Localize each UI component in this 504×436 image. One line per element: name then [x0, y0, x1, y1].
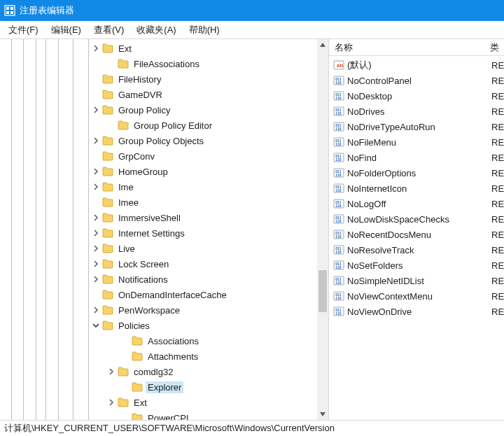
col-name[interactable]: 名称: [329, 41, 490, 54]
scroll-thumb[interactable]: [318, 270, 327, 312]
list-row[interactable]: 011110NoViewOnDriveRE: [329, 304, 504, 319]
list-row[interactable]: ab(默认)RE: [329, 57, 504, 73]
tree-row[interactable]: Notifications: [0, 272, 328, 287]
tree-row[interactable]: Lock Screen: [0, 256, 328, 272]
list-row[interactable]: 011110NoSetFoldersRE: [329, 258, 504, 273]
list-row[interactable]: 011110NoSimpleNetIDListRE: [329, 273, 504, 288]
menu-item[interactable]: 帮助(H): [183, 22, 225, 38]
tree-row[interactable]: Ext: [0, 41, 328, 56]
content-area: ExtFileAssociationsFileHistoryGameDVRGro…: [0, 39, 504, 421]
list-row[interactable]: 011110NoInternetIconRE: [329, 181, 504, 196]
binary-value-icon: 011110: [333, 90, 344, 101]
value-type: RE: [491, 153, 504, 163]
titlebar[interactable]: 注册表编辑器: [0, 0, 504, 21]
folder-icon: [118, 120, 129, 130]
chevron-right-icon[interactable]: [91, 305, 101, 315]
chevron-down-icon[interactable]: [91, 321, 101, 330]
menu-item[interactable]: 查看(V): [88, 22, 130, 38]
folder-icon: [102, 136, 113, 146]
list-row[interactable]: 011110NoLogOffRE: [329, 196, 504, 211]
scroll-down-button[interactable]: [317, 409, 328, 420]
folder-icon: [102, 321, 113, 330]
chevron-right-icon[interactable]: [91, 259, 101, 269]
tree-row[interactable]: HomeGroup: [0, 164, 328, 179]
tree-row[interactable]: Imee: [0, 195, 328, 210]
chevron-right-icon[interactable]: [91, 167, 101, 176]
value-name: NoLogOff: [347, 199, 491, 209]
svg-text:110: 110: [335, 311, 342, 316]
tree-row[interactable]: comdlg32: [0, 364, 328, 379]
tree-row[interactable]: Group Policy Editor: [0, 118, 328, 133]
chevron-right-icon[interactable]: [91, 43, 101, 53]
svg-text:110: 110: [335, 281, 342, 285]
list-row[interactable]: 011110NoViewContextMenuRE: [329, 288, 504, 304]
value-name: NoSimpleNetIDList: [347, 276, 491, 286]
tree-row[interactable]: Group Policy: [0, 102, 328, 118]
tree-scroll-area[interactable]: ExtFileAssociationsFileHistoryGameDVRGro…: [0, 39, 328, 420]
tree-row-label: Attachments: [146, 351, 200, 363]
tree-row[interactable]: Associations: [0, 333, 328, 349]
list-row[interactable]: 011110NoFindRE: [329, 150, 504, 165]
scroll-up-button[interactable]: [317, 39, 328, 50]
string-value-icon: ab: [333, 59, 344, 71]
chevron-right-icon[interactable]: [91, 228, 101, 238]
tree-row[interactable]: Ext: [0, 395, 328, 410]
svg-text:110: 110: [335, 111, 342, 115]
svg-rect-3: [6, 11, 9, 14]
list-row[interactable]: 011110NoResolveTrackRE: [329, 242, 504, 258]
list-row[interactable]: 011110NoFileMenuRE: [329, 134, 504, 150]
tree-row[interactable]: Explorer: [0, 379, 328, 395]
tree-row-label: ImmersiveShell: [116, 212, 183, 224]
svg-text:110: 110: [335, 80, 342, 85]
value-name: NoRecentDocsMenu: [347, 230, 491, 240]
binary-value-icon: 011110: [333, 213, 344, 225]
value-name: NoControlPanel: [347, 76, 491, 86]
value-name: NoResolveTrack: [347, 245, 491, 255]
chevron-right-icon[interactable]: [106, 367, 116, 377]
chevron-right-icon[interactable]: [91, 105, 101, 115]
value-type: RE: [491, 91, 504, 101]
col-type[interactable]: 类: [490, 41, 504, 54]
tree-row[interactable]: PenWorkspace: [0, 302, 328, 318]
list-row[interactable]: 011110NoLowDiskSpaceChecksRE: [329, 211, 504, 227]
tree-row[interactable]: GrpConv: [0, 148, 328, 164]
tree-row-label: PowerCPL: [146, 412, 193, 421]
menu-item[interactable]: 收藏夹(A): [131, 22, 181, 38]
tree-row[interactable]: OnDemandInterfaceCache: [0, 287, 328, 302]
list-header[interactable]: 名称 类: [329, 39, 504, 56]
chevron-right-icon[interactable]: [91, 274, 101, 284]
tree-row[interactable]: Live: [0, 241, 328, 256]
chevron-right-icon[interactable]: [91, 182, 101, 192]
tree-row[interactable]: Internet Settings: [0, 225, 328, 241]
tree-row[interactable]: GameDVR: [0, 87, 328, 102]
tree-row[interactable]: FileHistory: [0, 71, 328, 87]
tree-row-label: comdlg32: [132, 366, 175, 378]
menu-item[interactable]: 文件(F): [3, 22, 44, 38]
chevron-right-icon[interactable]: [91, 136, 101, 146]
list-row[interactable]: 011110NoDriveTypeAutoRunRE: [329, 119, 504, 134]
tree-row[interactable]: FileAssociations: [0, 56, 328, 71]
tree-row[interactable]: Policies: [0, 318, 328, 333]
svg-text:110: 110: [335, 173, 342, 177]
tree-row[interactable]: Group Policy Objects: [0, 133, 328, 148]
list-row[interactable]: 011110NoFolderOptionsRE: [329, 165, 504, 181]
chevron-right-icon[interactable]: [106, 398, 116, 407]
chevron-right-icon[interactable]: [91, 244, 101, 253]
list-row[interactable]: 011110NoDesktopRE: [329, 88, 504, 104]
list-row[interactable]: 011110NoDrivesRE: [329, 104, 504, 119]
svg-text:110: 110: [335, 250, 342, 254]
tree-row[interactable]: Ime: [0, 179, 328, 195]
binary-value-icon: 011110: [333, 306, 344, 317]
value-type: RE: [491, 307, 504, 317]
tree-row[interactable]: ImmersiveShell: [0, 210, 328, 225]
folder-icon: [132, 382, 143, 392]
tree-scrollbar[interactable]: [317, 39, 328, 420]
menu-item[interactable]: 编辑(E): [46, 22, 87, 38]
tree-row[interactable]: Attachments: [0, 349, 328, 364]
tree-row[interactable]: PowerCPL: [0, 410, 328, 420]
list-row[interactable]: 011110NoRecentDocsMenuRE: [329, 227, 504, 242]
svg-text:110: 110: [335, 127, 342, 131]
list-row[interactable]: 011110NoControlPanelRE: [329, 73, 504, 88]
list-body[interactable]: ab(默认)RE011110NoControlPanelRE011110NoDe…: [329, 56, 504, 420]
chevron-right-icon[interactable]: [91, 213, 101, 223]
